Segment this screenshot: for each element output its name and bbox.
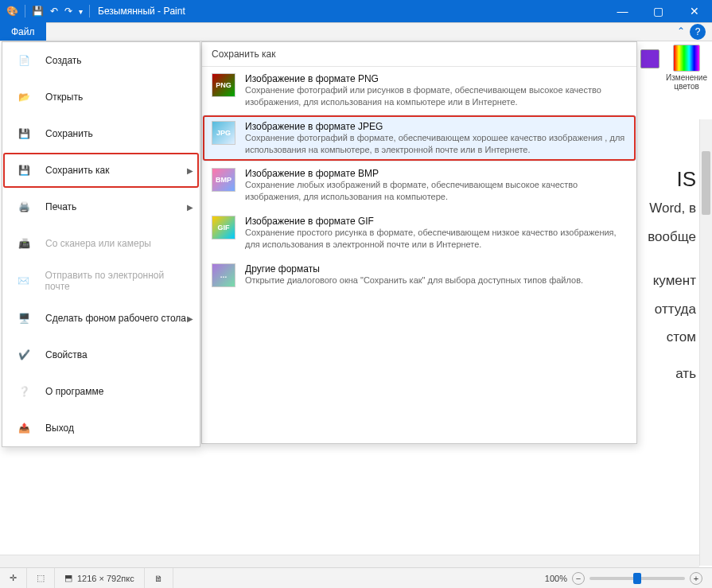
ribbon-expand-icon[interactable]: ⌃ xyxy=(677,25,685,37)
status-bar: ✛ ⬚ ⬒ 1216 × 792пкс 🗎 100% − + xyxy=(0,567,712,588)
zoom-level: 100% xyxy=(545,574,567,583)
qat-undo-icon[interactable]: ↶ xyxy=(50,6,58,17)
gif-thumb-icon: GIF xyxy=(212,216,235,239)
file-menu-label: О программе xyxy=(45,386,103,397)
props-icon: ✔️ xyxy=(14,345,34,365)
file-menu-label: Создать xyxy=(45,55,82,66)
file-tab[interactable]: Файл xyxy=(0,22,46,41)
saveas-option-gif[interactable]: GIFИзображение в формате GIFСохранение п… xyxy=(202,209,636,257)
saveas-option-title: Изображение в формате JPEG xyxy=(245,121,627,132)
scrollbar-thumb[interactable] xyxy=(702,151,710,215)
scanner-icon: 📠 xyxy=(14,233,34,254)
file-menu-item-print[interactable]: 🖨️Печать▶ xyxy=(2,189,200,225)
window-maximize-button[interactable]: ▢ xyxy=(640,0,676,22)
file-menu-item-about[interactable]: ❔О программе xyxy=(2,373,200,410)
save-icon: 💾 xyxy=(14,123,34,144)
wallpaper-icon: 🖥️ xyxy=(14,308,34,329)
color-swatch[interactable] xyxy=(640,49,659,68)
saveas-option-desc: Открытие диалогового окна "Сохранить как… xyxy=(245,275,583,286)
status-dimensions: ⬒ 1216 × 792пкс xyxy=(55,568,145,588)
file-menu-item-wallpaper[interactable]: 🖥️Сделать фоном рабочего стола▶ xyxy=(2,300,200,337)
file-menu-item-new[interactable]: 📄Создать xyxy=(2,42,200,79)
horizontal-scrollbar[interactable] xyxy=(0,555,699,567)
saveas-option-jpeg[interactable]: JPGИзображение в формате JPEGСохранение … xyxy=(202,115,636,162)
edit-colors-label: Изменение цветов xyxy=(666,73,707,91)
submenu-arrow-icon: ▶ xyxy=(187,166,193,175)
app-icon: 🎨 xyxy=(6,6,18,17)
window-minimize-button[interactable]: — xyxy=(605,0,640,22)
window-close-button[interactable]: ✕ xyxy=(676,0,712,22)
file-menu-item-email: ✉️Отправить по электронной почте xyxy=(2,262,200,300)
saveas-icon: 💾 xyxy=(14,160,34,181)
about-icon: ❔ xyxy=(14,381,34,402)
cursor-icon: ✛ xyxy=(10,573,17,583)
vertical-scrollbar[interactable] xyxy=(699,119,712,566)
file-menu-item-save[interactable]: 💾Сохранить xyxy=(2,115,200,152)
file-menu-label: Сохранить xyxy=(45,128,93,139)
file-menu-label: Отправить по электронной почте xyxy=(45,270,189,292)
print-icon: 🖨️ xyxy=(14,197,34,217)
file-menu-item-props[interactable]: ✔️Свойства xyxy=(2,337,200,373)
saveas-option-title: Другие форматы xyxy=(245,263,583,275)
file-menu-label: Сделать фоном рабочего стола xyxy=(45,313,186,324)
jpeg-thumb-icon: JPG xyxy=(212,121,235,145)
selection-icon: ⬚ xyxy=(37,573,45,583)
file-menu: 📄Создать📂Открыть💾Сохранить💾Сохранить как… xyxy=(2,41,200,447)
qat-save-icon[interactable]: 💾 xyxy=(32,6,44,17)
zoom-slider[interactable] xyxy=(589,577,685,580)
file-menu-item-open[interactable]: 📂Открыть xyxy=(2,79,200,115)
file-menu-label: Печать xyxy=(45,201,76,212)
saveas-option-desc: Сохранение фотографий или рисунков в фор… xyxy=(245,84,627,108)
saveas-option-png[interactable]: PNGИзображение в формате PNGСохранение ф… xyxy=(202,67,636,115)
qat-customize-icon[interactable]: ▾ xyxy=(79,7,83,16)
file-menu-label: Со сканера или камеры xyxy=(45,238,151,249)
png-thumb-icon: PNG xyxy=(212,73,235,97)
open-icon: 📂 xyxy=(14,87,34,107)
saveas-option-title: Изображение в формате GIF xyxy=(245,216,627,227)
saveas-option-desc: Сохранение простого рисунка в формате, о… xyxy=(245,227,627,251)
saveas-option-title: Изображение в формате BMP xyxy=(245,168,627,179)
ribbon-tabs: Файл ⌃ ? xyxy=(0,22,712,41)
file-menu-label: Сохранить как xyxy=(45,165,109,176)
submenu-arrow-icon: ▶ xyxy=(187,203,193,212)
saveas-option-other[interactable]: …Другие форматыОткрытие диалогового окна… xyxy=(202,257,636,294)
dimensions-icon: ⬒ xyxy=(64,573,72,583)
submenu-arrow-icon: ▶ xyxy=(187,314,193,323)
qat-redo-icon[interactable]: ↷ xyxy=(64,6,72,17)
saveas-option-title: Изображение в формате PNG xyxy=(245,73,627,84)
status-filesize: 🗎 xyxy=(145,568,173,588)
edit-colors-button[interactable]: Изменение цветов xyxy=(666,45,707,91)
window-titlebar: 🎨 💾 ↶ ↷ ▾ Безымянный - Paint — ▢ ✕ xyxy=(0,0,712,22)
email-icon: ✉️ xyxy=(14,271,33,291)
exit-icon: 📤 xyxy=(14,418,34,438)
other-thumb-icon: … xyxy=(212,263,235,287)
save-as-submenu: Сохранить как PNGИзображение в формате P… xyxy=(201,41,637,444)
file-menu-label: Свойства xyxy=(45,349,88,360)
saveas-option-desc: Сохранение фотографий в формате, обеспеч… xyxy=(245,132,627,156)
file-menu-label: Выход xyxy=(45,423,74,434)
file-icon: 🗎 xyxy=(154,574,163,583)
new-icon: 📄 xyxy=(14,50,34,71)
window-title: Безымянный - Paint xyxy=(98,6,185,17)
file-menu-item-exit[interactable]: 📤Выход xyxy=(2,410,200,446)
zoom-out-button[interactable]: − xyxy=(572,572,585,585)
saveas-option-bmp[interactable]: BMPИзображение в формате BMPСохранение л… xyxy=(202,162,636,209)
file-menu-item-saveas[interactable]: 💾Сохранить как▶ xyxy=(2,152,200,189)
status-dimensions-text: 1216 × 792пкс xyxy=(77,574,134,583)
file-menu-label: Открыть xyxy=(45,92,83,103)
file-menu-item-scanner: 📠Со сканера или камеры xyxy=(2,225,200,262)
submenu-header: Сохранить как xyxy=(202,42,636,67)
ribbon-colors-group: Изменение цветов xyxy=(640,45,707,91)
saveas-option-desc: Сохранение любых изображений в формате, … xyxy=(245,179,627,203)
bmp-thumb-icon: BMP xyxy=(212,168,235,192)
zoom-in-button[interactable]: + xyxy=(690,572,702,585)
zoom-group: 100% − + xyxy=(535,568,712,588)
zoom-slider-thumb[interactable] xyxy=(633,573,641,584)
status-cursor-pos: ✛ xyxy=(0,568,27,588)
edit-colors-icon xyxy=(673,45,700,72)
help-button[interactable]: ? xyxy=(690,24,706,40)
status-selection: ⬚ xyxy=(27,568,55,588)
